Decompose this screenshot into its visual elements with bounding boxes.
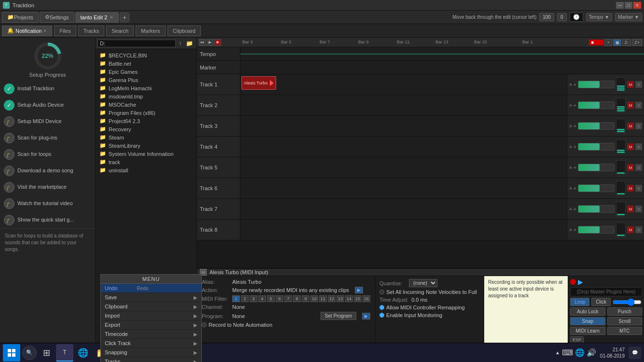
list-item[interactable]: 📁 MSOCache [96, 100, 196, 109]
taskbar-taskview[interactable]: ⊞ [38, 344, 55, 362]
start-button[interactable] [3, 344, 20, 362]
zoom-in-button[interactable]: Z+ [632, 39, 642, 46]
tc-fader[interactable] [578, 143, 615, 151]
mute-button[interactable]: M [627, 123, 634, 129]
filter-btn-7[interactable]: 7 [284, 295, 292, 302]
setup-item-plugins[interactable]: 🎓 Scan for plug-ins [0, 130, 95, 146]
solo-button[interactable]: S [635, 123, 642, 129]
setup-item-loops[interactable]: 🎓 Scan for loops [0, 146, 95, 163]
filter-btn-4[interactable]: 4 [258, 295, 266, 302]
tray-volume[interactable]: 🔊 [587, 348, 596, 357]
mute-button[interactable]: M [627, 143, 634, 150]
filter-btn-10[interactable]: 10 [310, 295, 318, 302]
play-button[interactable]: ▶ [207, 39, 213, 46]
list-item[interactable]: 📁 Program Files (x86) [96, 109, 196, 117]
mtc-button[interactable]: MTC [607, 327, 642, 335]
subtab-tracks[interactable]: Tracks [78, 26, 105, 36]
list-item[interactable]: 📁 Garena Plus [96, 76, 196, 84]
track-7-content[interactable] [240, 199, 567, 219]
setup-item-marketplace[interactable]: 🎓 Visit the marketplace [0, 179, 95, 195]
setup-item-tutorial[interactable]: 🎓 Watch the tutorial video [0, 195, 95, 212]
remap-radio[interactable]: Allow MIDI Controller Remapping [379, 305, 465, 310]
ctx-timecode[interactable]: Timecode ▶ [101, 330, 201, 339]
track-6-content[interactable] [240, 178, 567, 198]
monitoring-radio[interactable]: Enable Input Monitoring [379, 312, 442, 318]
taskbar-search[interactable]: 🔍 [22, 346, 37, 360]
tc-fader[interactable] [578, 101, 615, 109]
tc-fader[interactable] [578, 81, 615, 88]
track-1-content[interactable]: Alesis Turbo [240, 74, 567, 95]
track-3-content[interactable] [240, 116, 567, 136]
subtab-notification[interactable]: 🔔 Notification ✕ [2, 26, 52, 36]
tab-settings[interactable]: ⚙ Settings [40, 12, 74, 23]
record-status-button[interactable] [570, 279, 576, 285]
list-item[interactable]: 📁 System Volume Information [96, 150, 196, 158]
list-item[interactable]: 📁 msdownld.tmp [96, 92, 196, 100]
tab-projects[interactable]: 📁 Projects [2, 12, 39, 23]
solo-button[interactable]: S [635, 102, 642, 109]
click-button[interactable]: Click [591, 298, 611, 306]
marker-content[interactable] [240, 61, 644, 74]
tc-fader[interactable] [578, 122, 615, 130]
filter-btn-5[interactable]: 5 [267, 295, 275, 302]
mute-button[interactable]: M [627, 206, 634, 212]
rewind-button[interactable]: ⏮ [199, 39, 206, 46]
record-button[interactable]: ⏺ [214, 39, 221, 46]
tab-close-icon[interactable]: ✕ [110, 15, 113, 20]
set-program-button[interactable]: Set Program [321, 312, 356, 320]
setup-item-quickstart[interactable]: 🎓 Show the quick start g... [0, 212, 95, 228]
tempo-content[interactable] [240, 47, 644, 60]
subtab-markers[interactable]: Markers [136, 26, 166, 36]
lr-slider[interactable] [613, 300, 642, 304]
loop-button[interactable]: Loop [570, 298, 589, 306]
track-2-content[interactable] [240, 95, 567, 115]
list-item[interactable]: 📁 SteamLibrary [96, 141, 196, 150]
add-tab-button[interactable]: + [120, 13, 129, 22]
filter-btn-9[interactable]: 9 [302, 295, 309, 302]
list-item[interactable]: 📁 Recovery [96, 125, 196, 133]
tab-edit[interactable]: tanto Edit 2 ✕ [75, 12, 119, 23]
filter-btn-14[interactable]: 14 [345, 295, 353, 302]
mute-button[interactable]: M [627, 164, 634, 171]
filter-btn-8[interactable]: 8 [293, 295, 301, 302]
filter-btn-13[interactable]: 13 [336, 295, 344, 302]
add-marker-button[interactable]: + [604, 39, 612, 46]
filter-btn-15[interactable]: 15 [354, 295, 362, 302]
setup-item-install[interactable]: ✓ Install Tracktion [0, 81, 95, 97]
tray-up-arrow[interactable]: ▲ [555, 350, 560, 355]
list-item[interactable]: 📁 track [96, 158, 196, 166]
tc-fader[interactable] [578, 226, 615, 234]
subtab-clipboard[interactable]: Clipboard [168, 26, 201, 36]
list-item[interactable]: 📁 LogMeIn Hamachi [96, 84, 196, 92]
solo-button[interactable]: S [635, 81, 642, 88]
notification-center[interactable]: 💬 [629, 347, 641, 359]
solo-button[interactable]: S [635, 206, 642, 212]
taskbar-edge[interactable]: 🌐 [74, 344, 92, 362]
subtab-files[interactable]: Files [54, 26, 76, 36]
track-5-content[interactable] [240, 157, 567, 178]
filter-btn-11[interactable]: 11 [319, 295, 327, 302]
filter-btn-1[interactable]: 1 [232, 295, 240, 302]
list-item[interactable]: 📁 $RECYCLE.BIN [96, 51, 196, 59]
ctx-export[interactable]: Export ▶ [101, 320, 201, 330]
mute-button[interactable]: M [627, 102, 634, 109]
ctx-tracks[interactable]: Tracks ▶ [101, 357, 201, 362]
filter-btn-12[interactable]: 12 [328, 295, 336, 302]
solo-button[interactable]: S [635, 226, 642, 233]
tc-fader[interactable] [578, 205, 615, 213]
fb-up-button[interactable]: ↑ [177, 40, 183, 47]
list-item[interactable]: 📁 Steam [96, 133, 196, 141]
play-status-button[interactable]: ▶ [578, 278, 583, 286]
track-4-content[interactable] [240, 137, 567, 157]
list-item[interactable]: 📁 uninstall [96, 166, 196, 174]
minimize-button[interactable]: ─ [616, 2, 624, 9]
fb-folder-button[interactable]: 📁 [184, 40, 195, 47]
tc-fader[interactable] [578, 184, 615, 192]
taskbar-tracktion[interactable]: T [56, 344, 73, 362]
setup-item-demo[interactable]: 🎓 Download a demo song [0, 163, 95, 179]
punch-button[interactable]: Punch [607, 307, 642, 316]
system-clock[interactable]: 21:47 01-08-2019 [600, 347, 625, 359]
snap-button[interactable]: Snap [570, 317, 605, 325]
velocity-radio[interactable]: Set All Incoming Note Velocities to Full [379, 289, 477, 295]
solo-button[interactable]: S [635, 185, 642, 192]
